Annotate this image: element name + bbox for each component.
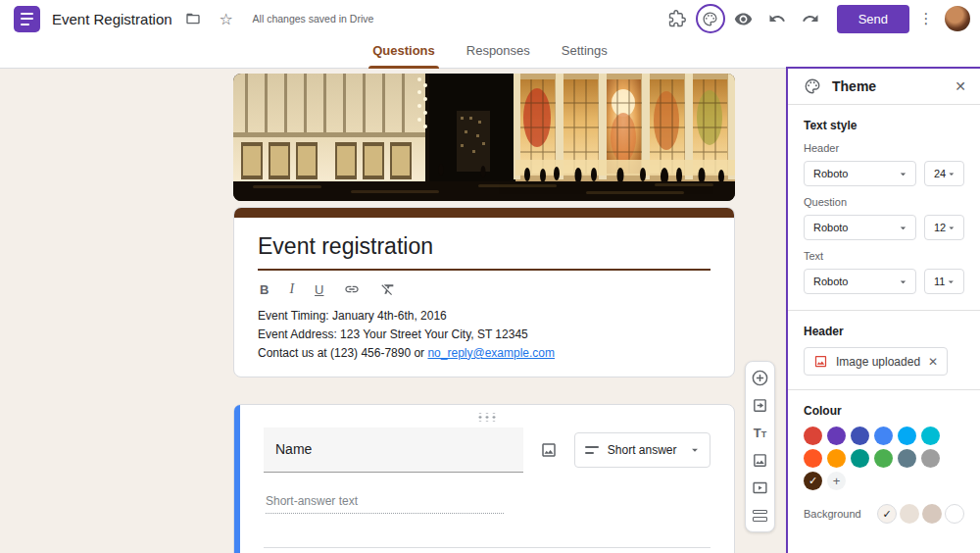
theme-panel-title: Theme <box>832 78 955 94</box>
header-font-label: Header <box>804 142 964 154</box>
undo-icon[interactable] <box>762 4 792 33</box>
topbar-actions: Send ⋮ <box>659 4 970 33</box>
clear-formatting-icon[interactable] <box>380 281 396 297</box>
import-questions-icon[interactable] <box>751 396 770 415</box>
document-title[interactable]: Event Registration <box>52 11 172 27</box>
question-footer: Required ⋮ <box>264 547 710 553</box>
description-line: Event Address: 123 Your Street Your City… <box>258 326 710 344</box>
form-description[interactable]: Event Timing: January 4th-6th, 2016 Even… <box>258 307 710 363</box>
question-font-family-select[interactable]: Roboto <box>804 215 916 240</box>
background-swatch-dark[interactable] <box>922 504 942 524</box>
tab-settings[interactable]: Settings <box>550 37 619 69</box>
text-style-section: Text style Header Roboto 24 Question Rob… <box>788 105 980 294</box>
colour-swatch-blue-grey[interactable] <box>898 449 916 468</box>
colour-swatch-deep-orange[interactable] <box>804 449 822 468</box>
add-ons-icon[interactable] <box>662 4 692 33</box>
theme-accent-bar <box>234 208 734 218</box>
question-font-label: Question <box>804 196 964 208</box>
background-row: Background ✓ <box>804 504 964 524</box>
close-icon[interactable]: ✕ <box>955 78 966 94</box>
add-section-icon[interactable] <box>751 506 770 525</box>
text-format-toolbar: B I U <box>260 281 710 297</box>
colour-swatch-blue[interactable] <box>874 427 893 445</box>
more-options-icon[interactable]: ⋮ <box>915 10 937 27</box>
background-label: Background <box>804 508 874 520</box>
header-image-section: Header Image uploaded ✕ <box>788 311 980 376</box>
add-image-icon[interactable] <box>751 451 770 470</box>
star-icon[interactable]: ☆ <box>214 6 239 31</box>
form-header-image[interactable] <box>233 74 735 201</box>
tab-questions[interactable]: Questions <box>361 37 447 69</box>
chevron-down-icon <box>897 276 909 288</box>
colour-swatch-green[interactable] <box>874 449 893 468</box>
theme-panel: Theme ✕ Text style Header Roboto 24 Ques… <box>786 67 980 553</box>
description-line: Event Timing: January 4th-6th, 2016 <box>258 307 710 326</box>
add-video-icon[interactable] <box>751 478 770 497</box>
add-question-icon[interactable] <box>751 369 770 387</box>
text-style-heading: Text style <box>804 119 964 132</box>
customize-theme-icon[interactable] <box>696 4 725 33</box>
topbar: Event Registration ☆ All changes saved i… <box>0 0 980 37</box>
form-column: Event registration B I U Event Timing: J… <box>233 74 735 553</box>
colour-section: Colour ✓ + Background ✓ <box>788 390 980 524</box>
preview-icon[interactable] <box>729 4 759 33</box>
chevron-down-icon <box>897 168 909 180</box>
bold-button[interactable]: B <box>260 282 269 297</box>
text-font-size-select[interactable]: 11 <box>924 269 964 294</box>
redo-icon[interactable] <box>796 4 825 33</box>
short-answer-icon <box>585 446 599 454</box>
colour-swatch-brown-selected[interactable]: ✓ <box>804 472 822 490</box>
chevron-down-icon <box>897 222 909 234</box>
form-tabs: Questions Responses Settings <box>0 37 980 69</box>
chevron-down-icon <box>688 443 702 457</box>
colour-swatch-teal[interactable] <box>851 449 869 468</box>
form-title-card: Event registration B I U Event Timing: J… <box>233 207 735 377</box>
add-custom-colour-button[interactable]: + <box>827 472 846 490</box>
theme-colour-swatches: ✓ + <box>804 427 964 490</box>
question-title-input[interactable]: Name <box>264 427 523 473</box>
drag-handle[interactable] <box>476 413 498 422</box>
account-avatar[interactable] <box>945 6 970 31</box>
question-type-dropdown[interactable]: Short answer <box>574 432 710 468</box>
chevron-down-icon <box>946 222 957 234</box>
move-to-folder-icon[interactable] <box>180 6 206 31</box>
underline-button[interactable]: U <box>315 282 323 297</box>
title-underline <box>258 269 710 271</box>
description-line: Contact us at (123) 456-7890 or no_reply… <box>258 344 710 363</box>
app-header: Event Registration ☆ All changes saved i… <box>0 0 980 69</box>
colour-swatch-red[interactable] <box>804 427 822 445</box>
header-font-size-select[interactable]: 24 <box>924 161 964 186</box>
colour-swatch-grey[interactable] <box>921 449 940 468</box>
send-button[interactable]: Send <box>837 5 909 33</box>
save-status: All changes saved in Drive <box>253 13 374 25</box>
contact-email-link[interactable]: no_reply@example.com <box>427 346 555 360</box>
header-section-heading: Header <box>804 325 964 338</box>
chevron-down-icon <box>946 168 957 180</box>
italic-button[interactable]: I <box>289 281 294 297</box>
question-font-size-select[interactable]: 12 <box>924 215 964 240</box>
colour-swatch-cyan[interactable] <box>921 427 940 445</box>
tab-responses[interactable]: Responses <box>455 37 542 69</box>
question-card-name[interactable]: Name Short answer Short-answer text <box>233 404 735 553</box>
add-title-icon[interactable]: TT <box>751 424 770 442</box>
background-swatch-selected[interactable]: ✓ <box>877 504 897 524</box>
colour-swatch-light-blue[interactable] <box>898 427 916 445</box>
colour-swatch-purple[interactable] <box>827 427 846 445</box>
colour-swatch-orange[interactable] <box>827 449 846 468</box>
theme-panel-header: Theme ✕ <box>788 69 980 104</box>
background-swatch-light[interactable] <box>900 504 919 524</box>
remove-image-icon[interactable]: ✕ <box>928 355 938 369</box>
image-icon <box>813 354 828 369</box>
colour-heading: Colour <box>804 404 964 418</box>
insert-link-icon[interactable] <box>344 281 360 297</box>
add-image-to-question-icon[interactable] <box>537 437 561 463</box>
colour-swatch-indigo[interactable] <box>851 427 869 445</box>
background-swatch-white[interactable] <box>945 504 964 524</box>
short-answer-placeholder: Short-answer text <box>266 494 504 514</box>
image-uploaded-chip[interactable]: Image uploaded ✕ <box>804 347 948 376</box>
header-photo-lincoln-center <box>233 74 735 201</box>
text-font-family-select[interactable]: Roboto <box>804 269 916 294</box>
header-font-family-select[interactable]: Roboto <box>804 161 916 186</box>
form-title[interactable]: Event registration <box>258 233 710 260</box>
forms-logo-icon[interactable] <box>14 6 40 32</box>
